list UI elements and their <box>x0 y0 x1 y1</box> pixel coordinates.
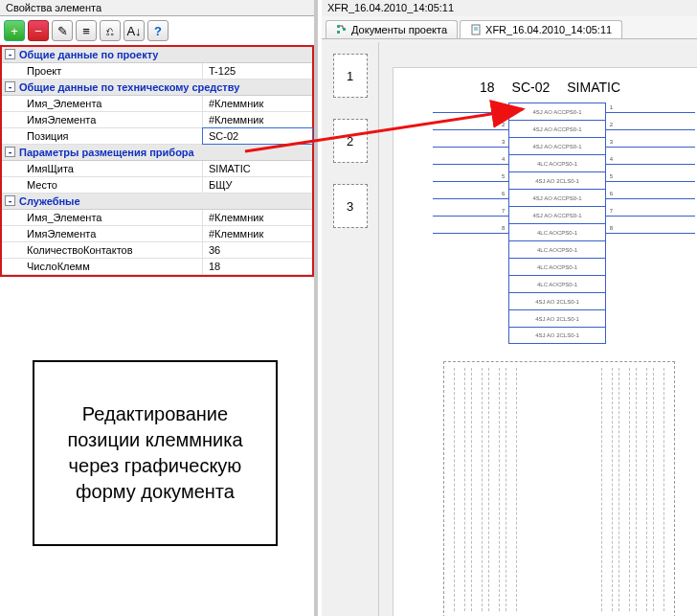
terminal-row[interactable]: 4LC AOCPS0-1 <box>508 275 606 292</box>
property-label: ИмяЩита <box>2 161 203 176</box>
property-row[interactable]: КоличествоКонтактов36 <box>2 242 312 259</box>
property-value[interactable]: #Клеммник <box>203 112 312 127</box>
property-label: ИмяЭлемента <box>2 226 203 241</box>
lower-diagram-block[interactable] <box>443 361 675 616</box>
terminal-row[interactable]: 4SJ AO ACCPS0-111#SM331 <box>508 103 606 120</box>
document-tab[interactable]: XFR_16.04.2010_14:05:11 <box>460 20 622 38</box>
terminal-block[interactable]: 4SJ AO ACCPS0-111#SM3314SJ AO ACCPS0-122… <box>508 103 606 344</box>
terminal-position: SC-02 <box>512 80 551 95</box>
property-value[interactable]: #Клеммник <box>203 96 312 111</box>
drawing-canvas[interactable]: 18 SC-02 SIMATIC 4SJ AO ACCPS0-111#SM331… <box>393 67 697 616</box>
property-value[interactable]: T-125 <box>203 63 312 79</box>
property-group-header[interactable]: -Параметры размещения прибора <box>2 145 312 161</box>
property-grid: -Общие данные по проектуПроектT-125-Общи… <box>0 47 314 277</box>
property-label: КоличествоКонтактов <box>2 242 203 258</box>
property-group-title: Общие данные по проекту <box>19 49 158 60</box>
document-tabbar: Документы проектаXFR_16.04.2010_14:05:11 <box>322 16 697 39</box>
undo-button[interactable]: ⎌ <box>100 20 121 41</box>
wire-right <box>605 181 695 182</box>
terminal-count: 18 <box>480 80 495 95</box>
annotation-callout: Редактирование позиции клеммника через г… <box>33 360 278 546</box>
wire-right <box>605 216 695 217</box>
property-row[interactable]: ИмяЭлемента#Клеммник <box>2 226 312 242</box>
property-value[interactable]: #Клеммник <box>203 210 312 225</box>
property-row[interactable]: МестоБЩУ <box>2 177 312 194</box>
property-row[interactable]: Имя_Элемента#Клеммник <box>2 96 312 112</box>
remove-button[interactable]: − <box>28 20 49 41</box>
terminal-right-number: 5 <box>610 173 613 179</box>
property-label: ЧислоКлемм <box>2 259 203 274</box>
terminal-row[interactable]: 4SJ AO ACCPS0-177#SM331 <box>508 206 606 223</box>
page-thumb[interactable]: 2 <box>333 119 368 163</box>
wire-left <box>433 164 509 165</box>
list-button[interactable]: ≡ <box>76 20 97 41</box>
property-value[interactable]: SIMATIC <box>203 161 312 176</box>
document-panel: XFR_16.04.2010_14:05:11 Документы проект… <box>322 0 697 616</box>
terminal-row[interactable]: 4SJ AO 2CLS0-1 <box>508 309 606 327</box>
property-row[interactable]: Имя_Элемента#Клеммник <box>2 210 312 226</box>
terminal-row[interactable]: 4SJ AO 2CLS0-155#SM331 <box>508 171 606 189</box>
terminal-row[interactable]: 4SJ AO 2CLS0-1 <box>508 327 606 344</box>
svg-rect-1 <box>337 31 340 34</box>
terminal-right-number: 4 <box>610 156 613 162</box>
property-row[interactable]: ИмяЩитаSIMATIC <box>2 161 312 177</box>
terminal-right-number: 8 <box>610 225 613 231</box>
terminal-left-number: 3 <box>502 139 505 145</box>
property-label: Имя_Элемента <box>2 210 203 225</box>
terminal-left-number: 7 <box>502 208 505 214</box>
page-thumb[interactable]: 1 <box>333 54 368 98</box>
wire-left <box>433 147 509 148</box>
collapse-icon[interactable]: - <box>5 195 15 206</box>
property-group-header[interactable]: -Служебные <box>2 194 312 210</box>
collapse-icon[interactable]: - <box>5 147 15 157</box>
terminal-row[interactable]: 4LC AOCPS0-188#SM331 <box>508 223 606 240</box>
terminal-row[interactable]: 4SJ AO 2CLS0-1 <box>508 292 606 309</box>
property-value[interactable]: БЩУ <box>203 177 312 193</box>
property-value[interactable]: 18 <box>203 259 312 274</box>
wire-left <box>433 216 509 217</box>
terminal-right-number: 1 <box>610 104 613 110</box>
property-label: Проект <box>2 63 203 79</box>
page-thumb[interactable]: 3 <box>333 184 368 228</box>
property-group-header[interactable]: -Общие данные по техническому средству <box>2 80 312 96</box>
wire-right <box>605 233 695 234</box>
terminal-row[interactable]: 4SJ AO ACCPS0-122#SM331 <box>508 120 606 137</box>
wire-right <box>605 147 695 148</box>
document-tab[interactable]: Документы проекта <box>326 20 458 38</box>
property-label: ИмяЭлемента <box>2 112 203 127</box>
property-row[interactable]: ИмяЭлемента#Клеммник <box>2 112 312 128</box>
sort-button[interactable]: A↓ <box>124 20 145 41</box>
property-value[interactable]: SC-02 <box>203 128 312 144</box>
tab-label: XFR_16.04.2010_14:05:11 <box>485 24 612 35</box>
terminal-block-header: 18 SC-02 SIMATIC <box>480 80 620 95</box>
wire-left <box>433 198 509 199</box>
terminal-right-number: 3 <box>610 139 613 145</box>
collapse-icon[interactable]: - <box>5 81 15 92</box>
edit-button[interactable]: ✎ <box>52 20 73 41</box>
property-group-title: Общие данные по техническому средству <box>19 81 239 93</box>
property-value[interactable]: #Клеммник <box>203 226 312 241</box>
collapse-icon[interactable]: - <box>5 49 15 59</box>
canvas-viewport[interactable]: 18 SC-02 SIMATIC 4SJ AO ACCPS0-111#SM331… <box>379 42 697 616</box>
property-label: Позиция <box>2 128 203 144</box>
document-title: XFR_16.04.2010_14:05:11 <box>322 0 697 16</box>
property-row[interactable]: ПроектT-125 <box>2 63 312 80</box>
property-value[interactable]: 36 <box>203 242 312 258</box>
help-button[interactable]: ? <box>147 20 169 41</box>
property-row[interactable]: ЧислоКлемм18 <box>2 259 312 275</box>
properties-panel: Свойства элемента + − ✎ ≡ ⎌ A↓ ? -Общие … <box>0 0 318 616</box>
wire-right <box>605 129 695 130</box>
wire-left <box>433 112 509 113</box>
property-group-header[interactable]: -Общие данные по проекту <box>2 47 312 63</box>
terminal-row[interactable]: 4SJ AO ACCPS0-166#SM331 <box>508 189 606 206</box>
add-button[interactable]: + <box>4 20 25 41</box>
terminal-panel: SIMATIC <box>567 80 620 95</box>
page-thumbnails: 123 <box>322 42 379 616</box>
terminal-row[interactable]: 4LC AOCPS0-144#SM331 <box>508 154 606 171</box>
terminal-left-number: 8 <box>502 225 505 231</box>
property-row[interactable]: ПозицияSC-02 <box>2 128 312 145</box>
terminal-right-number: 7 <box>610 208 613 214</box>
terminal-row[interactable]: 4SJ AO ACCPS0-133#SM331 <box>508 137 606 154</box>
terminal-row[interactable]: 4LC AOCPS0-1 <box>508 240 606 258</box>
terminal-row[interactable]: 4LC AOCPS0-1 <box>508 258 606 275</box>
